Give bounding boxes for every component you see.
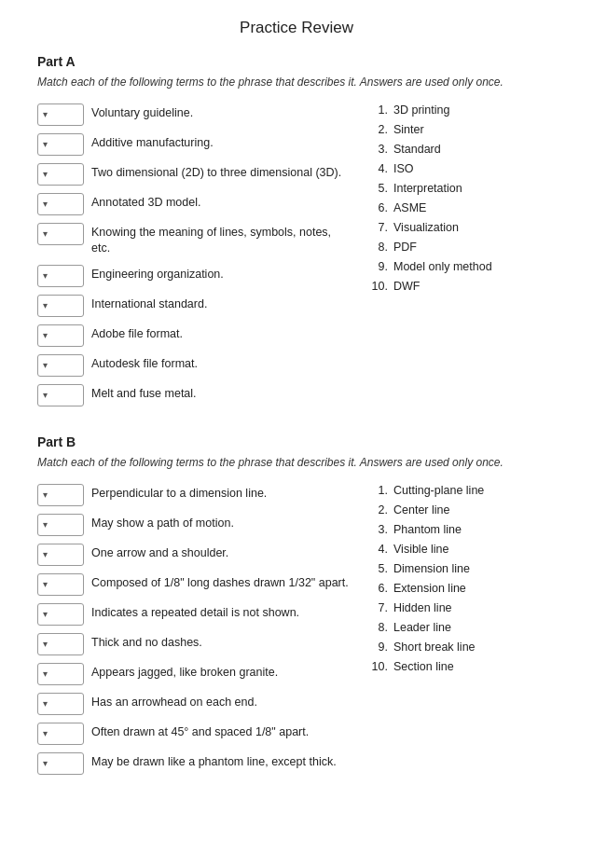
answer-text: Model only method [393, 260, 492, 273]
dropdown-select[interactable]: ▾ [37, 693, 84, 715]
dropdown-select[interactable]: ▾ [37, 603, 84, 626]
dropdown-arrow-icon: ▾ [43, 758, 48, 768]
answer-text: ISO [393, 162, 414, 175]
answer-item: 8.Leader line [369, 621, 556, 634]
dropdown-select[interactable]: ▾ [37, 544, 84, 566]
dropdown-select[interactable]: ▾ [37, 514, 84, 536]
match-label: May show a path of motion. [91, 514, 234, 532]
dropdown-select[interactable]: ▾ [37, 163, 84, 186]
dropdown-select[interactable]: ▾ [37, 265, 84, 287]
match-row: ▾Melt and fuse metal. [37, 384, 351, 406]
dropdown-select[interactable]: ▾ [37, 633, 84, 655]
match-label: Engineering organization. [91, 265, 224, 283]
match-label: Additive manufacturing. [91, 133, 214, 152]
answer-item: 3.Phantom line [369, 523, 556, 536]
dropdown-arrow-icon: ▾ [43, 390, 48, 400]
match-label: Indicates a repeated detail is not shown… [91, 603, 299, 622]
part-a-instructions: Match each of the following terms to the… [37, 75, 556, 90]
match-label: Knowing the meaning of lines, symbols, n… [91, 223, 351, 257]
part-b-section: Part B Match each of the following terms… [37, 434, 556, 775]
dropdown-select[interactable]: ▾ [37, 133, 84, 156]
dropdown-select[interactable]: ▾ [37, 354, 84, 377]
answer-item: 6.Extension line [369, 582, 556, 595]
answer-number: 2. [369, 503, 388, 517]
dropdown-arrow-icon: ▾ [43, 728, 48, 738]
dropdown-arrow-icon: ▾ [43, 668, 48, 679]
answer-text: Visualization [393, 221, 459, 234]
answer-number: 9. [369, 260, 388, 273]
part-b-match-section: ▾Perpendicular to a dimension line.▾May … [37, 484, 556, 775]
answer-text: Short break line [393, 641, 476, 654]
dropdown-select[interactable]: ▾ [37, 384, 84, 406]
answer-number: 7. [369, 221, 388, 234]
dropdown-select[interactable]: ▾ [37, 723, 84, 745]
dropdown-select[interactable]: ▾ [37, 663, 84, 685]
answer-number: 6. [369, 201, 388, 214]
match-row: ▾Composed of 1/8" long dashes drawn 1/32… [37, 573, 351, 596]
dropdown-select[interactable]: ▾ [37, 484, 84, 506]
dropdown-select[interactable]: ▾ [37, 103, 84, 126]
match-label: May be drawn like a phantom line, except… [91, 752, 337, 771]
match-label: Autodesk file format. [91, 354, 198, 373]
answer-text: Standard [393, 143, 441, 156]
answer-text: Sinter [393, 123, 424, 136]
answer-number: 3. [369, 143, 388, 156]
answer-item: 9.Short break line [369, 641, 556, 654]
answer-number: 2. [369, 123, 388, 136]
match-row: ▾Adobe file format. [37, 324, 351, 347]
answer-number: 5. [369, 182, 388, 195]
answer-text: Center line [393, 503, 449, 517]
match-label: Voluntary guideline. [91, 103, 193, 122]
answer-item: 4.ISO [369, 162, 556, 175]
match-label: Annotated 3D model. [91, 193, 200, 212]
match-row: ▾Autodesk file format. [37, 354, 351, 377]
answer-number: 10. [369, 660, 388, 673]
dropdown-arrow-icon: ▾ [43, 698, 48, 709]
match-label: Has an arrowhead on each end. [91, 693, 257, 711]
answer-item: 2.Center line [369, 503, 556, 517]
answer-item: 4.Visible line [369, 543, 556, 556]
answer-item: 5.Dimension line [369, 562, 556, 575]
answer-text: DWF [393, 280, 420, 293]
dropdown-arrow-icon: ▾ [43, 549, 48, 559]
dropdown-select[interactable]: ▾ [37, 324, 84, 347]
dropdown-select[interactable]: ▾ [37, 573, 84, 596]
dropdown-arrow-icon: ▾ [43, 228, 48, 239]
match-label: Perpendicular to a dimension line. [91, 484, 267, 503]
dropdown-arrow-icon: ▾ [43, 360, 48, 370]
match-row: ▾Indicates a repeated detail is not show… [37, 603, 351, 626]
match-row: ▾Additive manufacturing. [37, 133, 351, 156]
answer-number: 7. [369, 601, 388, 614]
dropdown-arrow-icon: ▾ [43, 109, 48, 119]
match-label: Appears jagged, like broken granite. [91, 663, 278, 682]
dropdown-arrow-icon: ▾ [43, 199, 48, 209]
match-row: ▾Annotated 3D model. [37, 193, 351, 215]
answer-item: 10.Section line [369, 660, 556, 673]
answer-text: Cutting-plane line [393, 484, 484, 497]
match-row: ▾Voluntary guideline. [37, 103, 351, 126]
match-label: Thick and no dashes. [91, 633, 202, 652]
answer-item: 2.Sinter [369, 123, 556, 136]
dropdown-select[interactable]: ▾ [37, 752, 84, 775]
dropdown-select[interactable]: ▾ [37, 223, 84, 245]
answer-number: 1. [369, 103, 388, 117]
answer-number: 5. [369, 562, 388, 575]
match-row: ▾One arrow and a shoulder. [37, 544, 351, 566]
match-row: ▾Has an arrowhead on each end. [37, 693, 351, 715]
dropdown-arrow-icon: ▾ [43, 139, 48, 149]
match-row: ▾Thick and no dashes. [37, 633, 351, 655]
answer-number: 4. [369, 162, 388, 175]
part-a-right-col: 1.3D printing2.Sinter3.Standard4.ISO5.In… [369, 103, 556, 406]
answer-item: 3.Standard [369, 143, 556, 156]
dropdown-select[interactable]: ▾ [37, 295, 84, 317]
dropdown-arrow-icon: ▾ [43, 609, 48, 619]
dropdown-arrow-icon: ▾ [43, 579, 48, 589]
answer-text: Leader line [393, 621, 451, 634]
dropdown-arrow-icon: ▾ [43, 300, 48, 310]
match-label: Melt and fuse metal. [91, 384, 197, 403]
dropdown-select[interactable]: ▾ [37, 193, 84, 215]
match-label: International standard. [91, 295, 207, 313]
answer-text: Extension line [393, 582, 466, 595]
answer-number: 8. [369, 621, 388, 634]
part-a-title: Part A [37, 54, 556, 69]
